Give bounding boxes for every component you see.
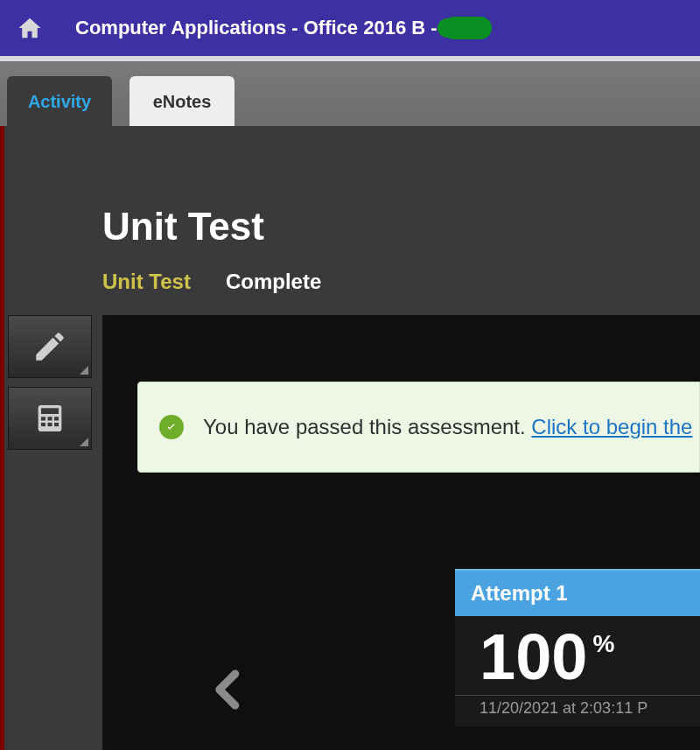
chevron-left-icon [206, 655, 253, 725]
tab-activity[interactable]: Activity [7, 76, 112, 127]
attempt-timestamp: 11/20/2021 at 2:03:11 P [455, 695, 700, 726]
tab-enotes[interactable]: eNotes [130, 76, 234, 127]
page-subtitle: Unit Test [102, 270, 191, 294]
check-circle-icon [159, 415, 184, 439]
pencil-tool-button[interactable] [8, 315, 92, 378]
previous-attempt-button[interactable] [199, 655, 260, 725]
redacted-name [443, 17, 492, 39]
svg-rect-2 [41, 417, 46, 420]
tool-column [8, 315, 92, 459]
page-status: Complete [226, 270, 321, 294]
home-icon [17, 15, 43, 41]
body-area: Unit Test Unit Test Complete [4, 126, 700, 750]
score-percent: % [592, 630, 614, 658]
attempt-score: 100 % [455, 616, 700, 695]
course-title: Computer Applications - Office 2016 B - [75, 17, 492, 39]
page-title: Unit Test [102, 205, 321, 249]
tab-activity-label: Activity [28, 92, 91, 112]
pass-banner: You have passed this assessment. Click t… [137, 382, 700, 473]
attempt-label: Attempt 1 [455, 569, 700, 616]
svg-rect-1 [41, 408, 59, 414]
svg-rect-7 [54, 423, 59, 426]
calculator-tool-button[interactable] [8, 387, 92, 450]
content-canvas: You have passed this assessment. Click t… [102, 315, 700, 750]
app-header: Computer Applications - Office 2016 B - [0, 0, 700, 56]
pencil-icon [32, 328, 68, 365]
tab-strip: Activity eNotes [0, 56, 700, 126]
attempt-card: Attempt 1 100 % 11/20/2021 at 2:03:11 P [455, 569, 700, 726]
course-title-text: Computer Applications - Office 2016 B - [75, 17, 438, 39]
title-block: Unit Test Unit Test Complete [102, 205, 321, 294]
score-number: 100 [480, 625, 587, 690]
svg-rect-3 [48, 417, 52, 420]
home-button[interactable] [12, 11, 47, 46]
begin-next-link[interactable]: Click to begin the [531, 415, 692, 438]
svg-rect-6 [48, 423, 52, 426]
svg-rect-5 [41, 423, 46, 426]
calculator-icon [32, 401, 67, 436]
banner-text: You have passed this assessment. [203, 415, 531, 438]
svg-rect-4 [54, 417, 59, 420]
tab-enotes-label: eNotes [153, 92, 212, 112]
